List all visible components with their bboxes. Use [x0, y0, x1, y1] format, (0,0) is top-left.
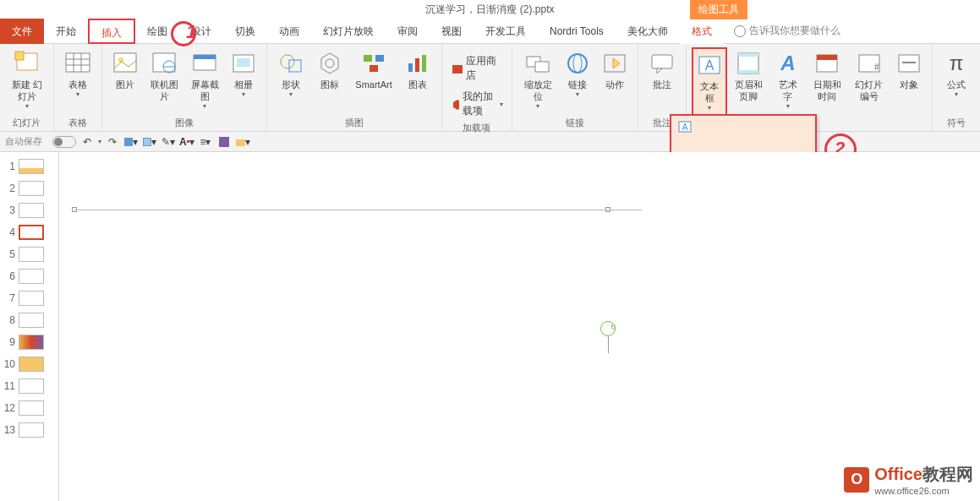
- picture-button[interactable]: 图片: [107, 47, 143, 93]
- link-button[interactable]: 链接 ▾: [560, 47, 595, 101]
- svg-rect-53: [219, 137, 229, 147]
- action-button[interactable]: 动作: [597, 47, 632, 93]
- svg-text:A: A: [682, 123, 688, 132]
- svg-marker-33: [613, 58, 620, 68]
- tab-developer[interactable]: 开发工具: [474, 19, 538, 44]
- addins-icon: [451, 97, 460, 111]
- wordart-button[interactable]: A 艺术字 ▾: [770, 47, 806, 112]
- icons-button[interactable]: 图标: [311, 47, 348, 93]
- qat-pen[interactable]: ✎▾: [161, 134, 176, 150]
- tab-animation[interactable]: 动画: [267, 19, 311, 44]
- svg-rect-21: [375, 55, 384, 62]
- album-label: 相册: [234, 79, 253, 90]
- svg-rect-22: [370, 65, 378, 72]
- header-footer-icon: [735, 50, 762, 77]
- comment-button[interactable]: 批注: [643, 47, 681, 93]
- undo-button[interactable]: ↶: [79, 134, 95, 150]
- wordart-label: 艺术字: [775, 79, 801, 102]
- slide-thumbnails[interactable]: 1 2 3 4 5 6 7 8 9 10 11 12 13: [0, 152, 59, 501]
- table-button[interactable]: 表格 ▾: [59, 47, 96, 101]
- svg-rect-7: [114, 53, 136, 72]
- lightbulb-icon: [734, 25, 746, 37]
- screenshot-button[interactable]: 屏幕截图 ▾: [185, 47, 224, 112]
- qat-shape2[interactable]: ▾: [142, 134, 157, 150]
- zoom-label: 缩放定 位: [523, 79, 553, 102]
- watermark-brand: Office教程网: [874, 465, 973, 483]
- tab-format[interactable]: 格式: [680, 19, 724, 44]
- tab-home[interactable]: 开始: [44, 19, 88, 44]
- zoom-button[interactable]: 缩放定 位 ▾: [517, 47, 558, 112]
- datetime-button[interactable]: 日期和时间: [808, 47, 847, 105]
- watermark: O Office教程网 www.office26.com: [844, 463, 973, 496]
- chevron-down-icon[interactable]: ▾: [98, 138, 101, 145]
- thumbnail-5[interactable]: 5: [2, 243, 57, 265]
- datetime-label: 日期和时间: [813, 79, 842, 102]
- slide-canvas[interactable]: ↻: [59, 152, 980, 501]
- redo-button[interactable]: ↷: [105, 134, 120, 150]
- qat-folder[interactable]: ▾: [235, 134, 250, 150]
- svg-point-16: [281, 55, 294, 68]
- chevron-down-icon: ▾: [242, 90, 245, 98]
- object-icon: [895, 50, 923, 77]
- tab-view[interactable]: 视图: [430, 19, 474, 44]
- store-button[interactable]: 应用商店: [447, 52, 506, 84]
- link-icon: [564, 50, 591, 77]
- new-slide-button[interactable]: 新建 幻灯片 ▾: [5, 47, 48, 112]
- thumbnail-4[interactable]: 4: [2, 221, 57, 243]
- svg-marker-35: [657, 68, 662, 74]
- tab-nordri[interactable]: Nordri Tools: [538, 19, 616, 44]
- my-addins-button[interactable]: 我的加载项 ▾: [447, 88, 506, 120]
- rotation-handle[interactable]: ↻: [600, 321, 616, 353]
- qat-font-color[interactable]: A▾: [179, 134, 194, 150]
- header-footer-button[interactable]: 页眉和页脚: [729, 47, 769, 105]
- icons-icon: [316, 50, 343, 77]
- thumbnail-7[interactable]: 7: [2, 287, 57, 309]
- shapes-button[interactable]: 形状 ▾: [272, 47, 309, 101]
- group-label-images: 图像: [107, 115, 261, 129]
- tab-beautify[interactable]: 美化大师: [616, 19, 680, 44]
- equation-icon: π: [943, 50, 970, 77]
- chart-icon: [404, 50, 431, 77]
- thumbnail-11[interactable]: 11: [2, 375, 57, 397]
- slide-number-icon: #: [856, 50, 883, 77]
- textbox-button[interactable]: A 文本框 ▾: [692, 47, 727, 116]
- chart-button[interactable]: 图表: [399, 47, 436, 93]
- object-button[interactable]: 对象: [891, 47, 927, 93]
- thumbnail-9[interactable]: 9: [2, 331, 57, 353]
- watermark-url: www.office26.com: [874, 486, 973, 496]
- datetime-icon: [813, 50, 840, 77]
- smartart-button[interactable]: SmartArt: [350, 47, 397, 93]
- thumbnail-10[interactable]: 10: [2, 353, 57, 375]
- office-logo-icon: O: [844, 467, 869, 493]
- online-picture-button[interactable]: 联机图片: [145, 47, 183, 105]
- tab-slideshow[interactable]: 幻灯片放映: [311, 19, 386, 44]
- qat-shape1[interactable]: ▾: [123, 134, 139, 150]
- shapes-label: 形状: [282, 79, 300, 90]
- thumbnail-13[interactable]: 13: [2, 419, 57, 441]
- equation-button[interactable]: π 公式 ▾: [938, 47, 975, 101]
- tab-review[interactable]: 审阅: [386, 19, 430, 44]
- tell-me-placeholder: 告诉我你想要做什么: [749, 24, 840, 38]
- picture-icon: [112, 50, 139, 77]
- ribbon: 新建 幻灯片 ▾ 幻灯片 表格 ▾ 表格 图片 联机图片: [0, 44, 980, 132]
- thumbnail-12[interactable]: 12: [2, 397, 57, 419]
- qat-save[interactable]: [216, 134, 232, 150]
- thumbnail-1[interactable]: 1: [2, 155, 57, 177]
- tab-transition[interactable]: 切换: [223, 19, 267, 44]
- album-button[interactable]: 相册 ▾: [226, 47, 261, 101]
- zoom-icon: [524, 50, 551, 77]
- tell-me-search[interactable]: 告诉我你想要做什么: [734, 24, 840, 38]
- thumbnail-3[interactable]: 3: [2, 199, 57, 221]
- screenshot-label: 屏幕截图: [190, 79, 219, 102]
- tab-file[interactable]: 文件: [0, 19, 44, 44]
- thumbnail-8[interactable]: 8: [2, 309, 57, 331]
- autosave-toggle[interactable]: [52, 136, 76, 148]
- new-slide-icon: [14, 50, 41, 77]
- qat-align[interactable]: ≡▾: [198, 134, 213, 150]
- thumbnail-6[interactable]: 6: [2, 265, 57, 287]
- chevron-down-icon: ▾: [536, 102, 539, 110]
- comment-label: 批注: [653, 79, 671, 90]
- tab-insert[interactable]: 插入: [88, 19, 135, 44]
- thumbnail-2[interactable]: 2: [2, 177, 57, 199]
- slide-number-button[interactable]: # 幻灯片 编号: [848, 47, 890, 105]
